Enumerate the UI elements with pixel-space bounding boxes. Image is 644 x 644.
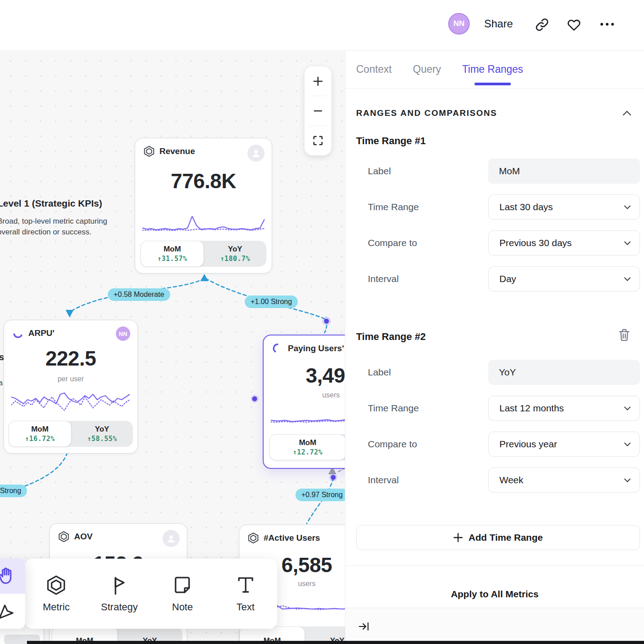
copy-link-button[interactable] — [535, 18, 549, 31]
metric-value: 776.8K — [135, 169, 272, 193]
metric-card-revenue[interactable]: Revenue 776.8K MoM ↑31.57% YoY ↑180.7% — [135, 138, 272, 273]
field-label: Interval — [356, 475, 399, 485]
field-label: Time Range — [356, 403, 419, 414]
link-icon — [535, 18, 549, 31]
time-range-select[interactable]: Last 12 months — [488, 396, 640, 421]
chip-yoy[interactable]: YoY ↑180.7% — [204, 241, 266, 267]
divider — [345, 565, 644, 566]
tool-strategy[interactable]: Strategy — [88, 559, 151, 629]
chevron-down-icon — [624, 205, 631, 209]
tool-note[interactable]: Note — [151, 559, 214, 629]
favorite-button[interactable] — [567, 18, 581, 31]
section-title: RANGES AND COMPARISONS — [356, 108, 497, 118]
plus-icon — [453, 533, 463, 543]
time-range-2-title: Time Range #2 — [356, 331, 426, 343]
panel-footer — [345, 608, 644, 644]
label-input[interactable]: MoM — [488, 159, 640, 184]
clipped-text-fragment: a — [0, 379, 3, 387]
metric-card-arpu[interactable]: ARPU' NN 222.5 per user MoM ↑16.72% YoY … — [4, 320, 138, 454]
level-note-title: Level 1 (Strategic KPIs) — [0, 198, 102, 209]
metric-icon — [58, 531, 70, 543]
zoom-controls — [304, 66, 331, 155]
tool-text[interactable]: Text — [214, 559, 278, 629]
chevron-down-icon — [624, 406, 631, 410]
metric-tool-icon — [46, 575, 66, 595]
card-title: Revenue — [159, 146, 195, 156]
card-title: ARPU' — [28, 328, 54, 338]
label-input[interactable]: YoY — [488, 360, 640, 385]
collaborator-avatar[interactable]: NN — [116, 326, 130, 341]
metrics-tree-app: +0.58 Moderate +1.00 Strong +0.66 Strong… — [0, 0, 644, 644]
select-tool-button[interactable] — [0, 594, 25, 629]
tab-context[interactable]: Context — [356, 51, 392, 88]
ellipsis-icon — [599, 20, 615, 29]
app-header: NN Share — [0, 0, 644, 50]
arrow-to-bar-icon — [358, 621, 370, 632]
field-label: Interval — [356, 273, 399, 284]
sparkline-chart — [142, 211, 265, 234]
tool-metric[interactable]: Metric — [25, 559, 88, 629]
sparkline-chart — [11, 388, 130, 415]
trash-icon — [618, 328, 631, 342]
text-icon — [235, 575, 256, 595]
collapse-panel-button[interactable] — [358, 621, 370, 632]
owner-avatar[interactable] — [247, 145, 265, 162]
loading-spinner-icon — [12, 327, 24, 339]
correlation-badge[interactable]: +0.66 Strong — [0, 485, 27, 497]
level-note-line2: overall direction or success. — [0, 228, 92, 237]
tool-palette — [0, 559, 25, 629]
zoom-out-button[interactable] — [304, 96, 331, 125]
inspector-panel: Context Query Time Ranges RANGES AND COM… — [345, 50, 644, 644]
chevron-down-icon — [624, 241, 631, 245]
chip-mom[interactable]: MoM ↑31.57% — [141, 241, 204, 267]
interval-select[interactable]: Week — [488, 468, 640, 493]
field-label: Label — [356, 367, 391, 378]
screen-edge-bar — [27, 641, 644, 644]
apply-to-all-metrics-button[interactable]: Apply to All Metrics — [345, 589, 644, 600]
delete-time-range-button[interactable] — [618, 328, 631, 342]
metric-icon — [247, 532, 259, 544]
correlation-badge[interactable]: +0.97 Strong — [296, 489, 348, 501]
share-button[interactable]: Share — [484, 18, 513, 30]
comparison-toggle: MoM ↑16.72% YoY ↑58.55% — [9, 421, 133, 447]
tab-time-ranges[interactable]: Time Ranges — [462, 51, 523, 88]
user-avatar[interactable]: NN — [448, 13, 470, 35]
canvas-toolbar: Metric Strategy Note Text — [25, 559, 277, 629]
fit-view-button[interactable] — [304, 126, 331, 155]
add-time-range-button[interactable]: Add Time Range — [356, 525, 640, 550]
time-range-select[interactable]: Last 30 days — [488, 194, 640, 220]
chip-yoy[interactable]: YoY ↑58.55% — [71, 421, 133, 447]
metric-value: 222.5 — [4, 346, 137, 371]
metric-icon — [143, 146, 155, 157]
cursor-icon — [0, 602, 15, 620]
more-options-button[interactable] — [599, 20, 615, 29]
chevron-down-icon — [624, 442, 631, 446]
owner-avatar[interactable] — [163, 530, 180, 547]
field-label: Time Range — [356, 202, 419, 212]
comparison-toggle: MoM ↑31.57% YoY ↑180.7% — [141, 241, 266, 267]
interval-select[interactable]: Day — [488, 266, 640, 291]
chevron-down-icon — [624, 277, 631, 281]
compare-to-select[interactable]: Previous 30 days — [488, 230, 640, 256]
correlation-badge[interactable]: +0.58 Moderate — [108, 288, 170, 301]
field-label: Compare to — [356, 238, 417, 248]
card-title: AOV — [74, 532, 93, 542]
time-range-1-title: Time Range #1 — [356, 135, 426, 147]
heart-icon — [567, 18, 581, 31]
loading-spinner-icon — [272, 343, 283, 354]
collapse-chevron-up-icon[interactable] — [622, 110, 631, 116]
level-note-line1: Broad, top-level metric capturing — [0, 217, 107, 226]
zoom-in-button[interactable] — [304, 66, 331, 96]
panel-tabs: Context Query Time Ranges — [345, 51, 644, 88]
chevron-down-icon — [624, 478, 631, 482]
field-label: Compare to — [356, 439, 417, 450]
flag-icon — [109, 575, 130, 595]
tab-query[interactable]: Query — [413, 51, 441, 88]
field-label: Label — [356, 166, 391, 176]
correlation-badge[interactable]: +1.00 Strong — [245, 296, 298, 308]
hand-tool-button[interactable] — [0, 559, 25, 594]
metric-unit: per user — [4, 375, 137, 383]
chip-mom[interactable]: MoM ↑16.72% — [9, 421, 71, 447]
chip-mom[interactable]: MoM ↑12.72% — [269, 434, 346, 460]
compare-to-select[interactable]: Previous year — [488, 432, 640, 457]
